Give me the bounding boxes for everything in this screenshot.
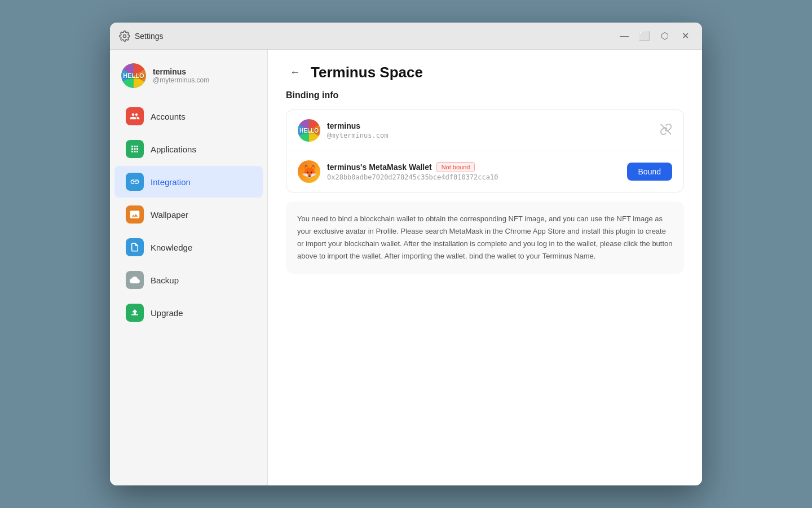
back-button[interactable]: ← xyxy=(286,63,304,81)
sidebar-item-upgrade[interactable]: Upgrade xyxy=(114,297,263,329)
content-area: HELLO terminus @myterminus.com Accounts xyxy=(110,50,702,485)
unlink-icon[interactable] xyxy=(660,123,672,138)
accounts-icon xyxy=(126,107,144,125)
description-text: You need to bind a blockchain wallet to … xyxy=(297,213,673,262)
user-profile: HELLO terminus @myterminus.com xyxy=(110,59,267,99)
main-body: Binding info HELLO terminus @myterminus.… xyxy=(268,90,702,485)
main-header: ← Terminus Space xyxy=(268,50,702,90)
user-info: terminus @myterminus.com xyxy=(153,67,256,84)
sidebar-item-wallpaper[interactable]: Wallpaper xyxy=(114,199,263,230)
settings-window: Settings — ⬜ ⬡ ✕ HELLO terminus @mytermi… xyxy=(110,23,702,485)
sidebar-item-backup[interactable]: Backup xyxy=(114,264,263,296)
user-email: @myterminus.com xyxy=(153,76,256,84)
username: terminus xyxy=(153,67,256,76)
accounts-label: Accounts xyxy=(151,112,186,121)
wallpaper-label: Wallpaper xyxy=(151,210,188,220)
knowledge-label: Knowledge xyxy=(151,243,192,252)
metamask-address: 0x28bb0adbe7020d278245c35bce4df010372cca… xyxy=(327,173,620,181)
bound-button[interactable]: Bound xyxy=(627,163,672,181)
page-title: Terminus Space xyxy=(311,64,423,81)
maximize-button[interactable]: ⬜ xyxy=(637,28,652,44)
not-bound-badge: Not bound xyxy=(436,162,475,172)
metamask-binding-row: 🦊 terminus's MetaMask Wallet Not bound 0… xyxy=(286,151,683,192)
integration-label: Integration xyxy=(151,177,191,187)
metamask-name: terminus's MetaMask Wallet Not bound xyxy=(327,162,620,172)
description-box: You need to bind a blockchain wallet to … xyxy=(286,202,684,274)
user-binding-email: @myterminus.com xyxy=(327,132,653,139)
section-title: Binding info xyxy=(286,90,684,100)
metamask-avatar: 🦊 xyxy=(298,160,320,183)
titlebar-title: Settings xyxy=(135,32,616,41)
backup-icon xyxy=(126,271,144,289)
sidebar: HELLO terminus @myterminus.com Accounts xyxy=(110,50,268,485)
binding-card: HELLO terminus @myterminus.com xyxy=(286,110,684,192)
user-binding-name: terminus xyxy=(327,121,653,130)
user-binding-avatar: HELLO xyxy=(298,119,320,142)
sidebar-item-knowledge[interactable]: Knowledge xyxy=(114,231,263,263)
main-content: ← Terminus Space Binding info HELLO term… xyxy=(268,50,702,485)
wallpaper-icon xyxy=(126,205,144,224)
minimize-button[interactable]: — xyxy=(616,28,632,44)
external-button[interactable]: ⬡ xyxy=(657,28,673,44)
window-controls: — ⬜ ⬡ ✕ xyxy=(616,28,693,44)
backup-label: Backup xyxy=(151,275,179,285)
upgrade-icon xyxy=(126,304,144,322)
svg-point-0 xyxy=(123,34,126,37)
user-binding-row: HELLO terminus @myterminus.com xyxy=(286,110,683,151)
applications-icon xyxy=(126,140,144,158)
user-binding-info: terminus @myterminus.com xyxy=(327,121,653,139)
applications-label: Applications xyxy=(151,144,196,154)
upgrade-label: Upgrade xyxy=(151,308,183,318)
avatar: HELLO xyxy=(121,63,146,88)
metamask-binding-info: terminus's MetaMask Wallet Not bound 0x2… xyxy=(327,162,620,181)
integration-icon xyxy=(126,173,144,191)
sidebar-item-applications[interactable]: Applications xyxy=(114,133,263,165)
knowledge-icon xyxy=(126,238,144,256)
sidebar-item-accounts[interactable]: Accounts xyxy=(114,100,263,132)
close-button[interactable]: ✕ xyxy=(677,28,693,44)
titlebar: Settings — ⬜ ⬡ ✕ xyxy=(110,23,702,50)
settings-icon xyxy=(119,30,130,42)
nav-items: Accounts Applications xyxy=(110,99,267,476)
sidebar-item-integration[interactable]: Integration xyxy=(114,166,263,198)
